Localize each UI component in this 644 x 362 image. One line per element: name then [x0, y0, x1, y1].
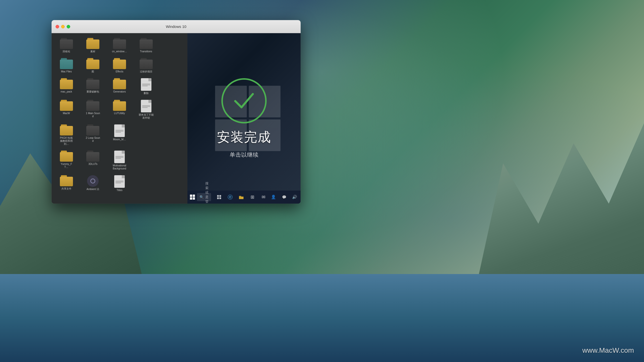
- file-label-pkg: PKG打包视频教程和用到…: [59, 137, 74, 146]
- file-item-yummy[interactable]: Yummy_FT…: [54, 150, 79, 171]
- folder-dark-icon-3dluts: [86, 151, 99, 162]
- speech-icon[interactable]: 💬: [280, 193, 288, 201]
- file-item-macw[interactable]: MacW: [54, 99, 79, 120]
- file-item-guobiao[interactable]: 过标的项目: [134, 57, 158, 74]
- file-label-generators: Generators: [113, 90, 126, 93]
- file-item-moom[interactable]: Moom_M…: [107, 123, 132, 147]
- file-item-tu[interactable]: 图: [81, 57, 105, 74]
- file-item-sucai[interactable]: 素材: [81, 37, 105, 54]
- file-item-macfiles[interactable]: Mac Files: [54, 57, 79, 74]
- file-item-motbg[interactable]: Motivational Background: [107, 150, 132, 171]
- folder-yellow-icon-effects: [113, 58, 126, 69]
- file-item-macpack[interactable]: mac_pack: [54, 77, 79, 96]
- win10-install-area[interactable]: 安装完成 单击以继续 🔍 搜索或是管控呢: [187, 33, 301, 204]
- file-item-empty2: [160, 57, 185, 74]
- file-item-empty1: [160, 37, 185, 54]
- file-label-macw: MacW: [63, 112, 70, 115]
- folder-dark-icon-loopsound: [86, 124, 99, 135]
- folder-yellow-icon-lututil: [113, 100, 126, 111]
- taskbar-search[interactable]: 🔍 搜索或是管控呢: [197, 193, 211, 201]
- trash-icon: [60, 38, 73, 49]
- taskview-button[interactable]: [215, 193, 223, 201]
- people-icon[interactable]: 👤: [269, 193, 277, 201]
- file-item-empty5: [134, 123, 158, 147]
- file-explorer-button[interactable]: [237, 193, 245, 201]
- file-item-share[interactable]: 共享文件: [54, 174, 79, 193]
- folder-dark-icon-mainsound: [86, 100, 99, 111]
- svg-rect-0: [217, 195, 219, 197]
- file-label-transitions: Transitions: [140, 50, 152, 53]
- site-watermark: www.MacW.com: [582, 346, 634, 354]
- folder-dark-icon-cnwindow: [113, 38, 126, 49]
- folder-dark-icon-pojie: [86, 78, 99, 89]
- file-label-tu: 图: [92, 70, 94, 73]
- minimize-button[interactable]: [61, 25, 65, 28]
- system-tray: 👤 💬 🔊 ENG 14:02 2020/2/17 □: [269, 193, 301, 201]
- file-item-sumike[interactable]: 塑米克丁不能发外链: [134, 99, 158, 120]
- file-item-trash[interactable]: 回收站: [54, 37, 79, 54]
- titlebar-buttons: [56, 25, 70, 28]
- folder-yellow-icon: [86, 38, 99, 49]
- file-item-empty8: [160, 150, 185, 171]
- folder-yellow-icon-pkg: [60, 124, 73, 135]
- file-label-motbg: Motivational Background: [112, 164, 127, 170]
- file-label-delete: 删除: [144, 92, 149, 95]
- svg-rect-2: [217, 197, 219, 199]
- file-item-titles[interactable]: Titles: [107, 174, 132, 193]
- volume-icon[interactable]: 🔊: [291, 193, 299, 201]
- start-pane-2: [193, 195, 195, 197]
- file-label-mainsound: 1 Main Sound: [85, 112, 100, 118]
- mac-window: Windows 10 回收站: [52, 20, 301, 204]
- file-item-delete[interactable]: 删除: [134, 77, 158, 96]
- file-item-generators[interactable]: Generators: [107, 77, 132, 96]
- file-item-mainsound[interactable]: 1 Main Sound: [81, 99, 105, 120]
- search-icon: 🔍: [199, 195, 204, 199]
- close-button[interactable]: [56, 25, 59, 28]
- taskbar: 🔍 搜索或是管控呢 ⓔ: [187, 191, 301, 204]
- file-item-empty4: [160, 99, 185, 120]
- folder-dark-icon-transitions: [140, 38, 153, 49]
- file-item-ambient[interactable]: Ambient 11: [81, 174, 105, 193]
- file-item-effects[interactable]: Effects: [107, 57, 132, 74]
- folder-teal-icon: [60, 58, 73, 69]
- file-label-yummy: Yummy_FT…: [59, 163, 74, 169]
- file-item-pkg[interactable]: PKG打包视频教程和用到…: [54, 123, 79, 147]
- file-item-lututil[interactable]: LUTUtility: [107, 99, 132, 120]
- svg-rect-3: [219, 197, 221, 199]
- file-label-trash: 回收站: [63, 50, 70, 53]
- edge-browser-button[interactable]: ⓔ: [226, 193, 234, 201]
- file-item-cnwindow[interactable]: cn_window…: [107, 37, 132, 54]
- file-grid-area: 回收站 素材 cn_window…: [52, 33, 187, 204]
- maximize-button[interactable]: [67, 25, 70, 28]
- start-pane-3: [190, 197, 192, 200]
- svg-rect-4: [239, 197, 244, 199]
- file-item-loopsound[interactable]: 2 Loop Sound: [81, 123, 105, 147]
- window-title: Windows 10: [166, 24, 186, 29]
- file-item-empty3: [160, 77, 185, 96]
- file-label-loopsound: 2 Loop Sound: [85, 137, 100, 143]
- file-item-pojie[interactable]: 重要破解包: [81, 77, 105, 96]
- search-placeholder: 搜索或是管控呢: [205, 181, 209, 204]
- folder-yellow-icon-tu: [86, 58, 99, 69]
- file-label-lututil: LUTUtility: [114, 112, 125, 115]
- start-icon: [190, 195, 195, 200]
- file-item-3dluts[interactable]: 3DLUTs: [81, 150, 105, 171]
- success-circle: [221, 78, 267, 123]
- success-overlay: 安装完成 单击以继续: [217, 78, 271, 159]
- file-label-3dluts: 3DLUTs: [89, 163, 98, 166]
- svg-rect-5: [239, 196, 241, 197]
- file-label-effects: Effects: [116, 70, 123, 73]
- folder-yellow-icon-macpack: [60, 78, 73, 89]
- file-label-macpack: mac_pack: [61, 90, 72, 93]
- file-item-empty7: [134, 150, 158, 171]
- file-label-sucai: 素材: [90, 50, 95, 53]
- file-label-macfiles: Mac Files: [61, 70, 72, 73]
- file-label-titles: Titles: [116, 189, 123, 192]
- file-label-sumike: 塑米克丁不能发外链: [139, 113, 154, 119]
- folder-yellow-icon-share: [60, 175, 73, 186]
- file-item-transitions[interactable]: Transitions: [134, 37, 158, 54]
- folder-yellow-icon-generators: [113, 78, 126, 89]
- start-button[interactable]: [190, 193, 195, 202]
- store-button[interactable]: ⊞: [248, 193, 256, 201]
- mail-button[interactable]: ✉: [259, 193, 267, 201]
